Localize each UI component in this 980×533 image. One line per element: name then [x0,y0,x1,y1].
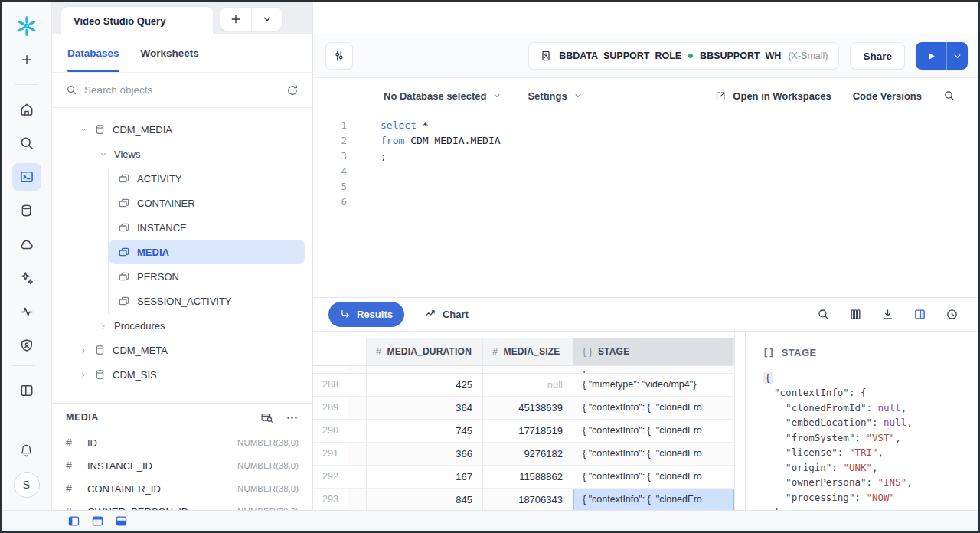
schema-field-owner_person_id[interactable]: #OWNER_PERSON_IDNUMBER(38,0) [52,500,312,510]
row-number[interactable]: 293 [313,489,348,511]
tree-item-cdm_sis[interactable]: CDM_SIS [52,362,312,387]
results-search-icon[interactable] [817,308,830,321]
tree-item-cdm_meta[interactable]: CDM_META [52,338,312,362]
ai-ml-nav[interactable] [12,264,41,292]
clipped-cell[interactable] [348,420,367,442]
clipped-cell[interactable] [348,489,367,511]
tree-item-cdm_media[interactable]: CDM_MEDIA [52,117,312,142]
cell-media-duration[interactable]: 366 [367,443,483,465]
marketplace-nav[interactable] [12,231,41,258]
tab-results[interactable]: Results [328,302,404,327]
cell-media-duration[interactable] [367,366,483,373]
download-icon[interactable] [881,308,894,321]
projects-nav[interactable] [12,163,41,191]
tab-worksheets[interactable]: Worksheets [141,34,199,72]
cell-stage[interactable]: { "contextInfo": { "clonedFro [573,466,734,488]
search-objects-input[interactable] [84,84,279,96]
cell-stage[interactable]: { "contextInfo": { "clonedFro [573,489,734,511]
cell-media-size[interactable]: null [483,374,573,396]
tab-chart[interactable]: Chart [421,302,472,327]
cell-media-duration[interactable]: 845 [367,489,483,511]
row-number[interactable]: 291 [313,443,348,465]
cell-media-duration[interactable]: 745 [367,420,483,442]
tree-item-person[interactable]: PERSON [52,264,312,289]
split-panel-icon[interactable] [913,308,926,321]
code-line[interactable]: 2from CDM_MEDIA.MEDIA [313,133,978,149]
cell-media-size[interactable] [483,366,573,373]
code-line[interactable]: 4 [313,164,978,179]
schema-field-id[interactable]: #IDNUMBER(38,0) [52,431,312,454]
tab-databases[interactable]: Databases [67,34,119,72]
row-number[interactable]: 289 [313,397,348,419]
search-nav[interactable] [12,129,41,157]
json-viewer[interactable]: { "contextInfo": { "clonedFromId": null,… [763,371,978,511]
add-tab-button[interactable] [220,8,251,31]
notifications-button[interactable] [12,437,41,464]
row-number[interactable]: 290 [313,420,348,442]
columns-icon[interactable] [849,308,862,321]
preview-data-icon[interactable] [260,411,273,424]
chevron-right-icon[interactable] [80,371,87,379]
tree-item-procedures[interactable]: Procedures [52,313,312,338]
code-line[interactable]: 6 [313,195,978,210]
query-history-icon[interactable] [946,308,959,321]
open-in-workspaces-link[interactable]: Open in Workspaces [715,90,831,102]
panels-nav[interactable] [12,377,41,404]
code-line[interactable]: 1select * [313,118,978,133]
tree-item-container[interactable]: CONTAINER [52,191,312,215]
cell-media-size[interactable]: 11588862 [483,466,573,488]
clipped-cell[interactable] [348,443,367,465]
clipped-cell[interactable] [348,366,367,373]
column-header-stage[interactable]: { }STAGE [573,338,734,366]
schema-field-container_id[interactable]: #CONTAINER_IDNUMBER(38,0) [52,477,312,500]
clipped-cell[interactable] [348,397,367,419]
cell-stage[interactable]: } [573,366,734,373]
worksheet-filters-button[interactable] [325,42,353,70]
clipped-cell[interactable] [348,466,367,488]
user-avatar[interactable]: S [14,472,40,498]
grid-scrollbar[interactable] [734,332,745,511]
code-versions-link[interactable]: Code Versions [853,90,922,102]
settings-dropdown[interactable]: Settings [528,90,582,102]
more-options-icon[interactable] [286,411,299,424]
tab-list-dropdown[interactable] [251,8,282,31]
cell-media-size[interactable]: 18706343 [483,489,573,511]
chevron-right-icon[interactable] [80,346,87,355]
row-number[interactable]: 292 [313,466,348,488]
share-button[interactable]: Share [850,42,905,70]
new-worksheet-button[interactable] [12,46,41,74]
cell-media-duration[interactable]: 167 [367,466,483,488]
toggle-left-panel-icon[interactable] [67,515,80,528]
run-button[interactable] [916,42,946,70]
clipped-cell[interactable] [348,374,367,396]
tree-item-instance[interactable]: INSTANCE [52,215,312,240]
editor-search-icon[interactable] [943,90,956,102]
code-line[interactable]: 3; [313,149,978,164]
column-header-media_duration[interactable]: #MEDIA_DURATION [367,338,483,366]
activity-nav[interactable] [12,298,41,325]
cell-stage[interactable]: { "contextInfo": { "clonedFro [573,420,734,442]
sql-editor[interactable]: 1select *2from CDM_MEDIA.MEDIA3;456 [313,113,978,297]
cell-media-duration[interactable]: 425 [367,374,483,396]
data-nav[interactable] [12,197,41,224]
column-header-media_size[interactable]: #MEDIA_SIZE [483,338,573,366]
cell-media-size[interactable]: 9276182 [483,443,573,465]
cell-stage[interactable]: { "contextInfo": { "clonedFro [573,443,734,465]
run-options-dropdown[interactable] [946,42,968,70]
chevron-down-icon[interactable] [100,150,107,159]
row-number[interactable]: 288 [313,374,348,396]
row-number[interactable] [313,366,348,373]
schema-field-instance_id[interactable]: #INSTANCE_IDNUMBER(38,0) [52,454,312,477]
toggle-top-panel-icon[interactable] [91,515,104,528]
context-selector[interactable]: BBDATA_SUPPORT_ROLE BBSUPPORT_WH (X-Smal… [528,42,839,70]
chevron-down-icon[interactable] [80,126,87,134]
cell-media-duration[interactable]: 364 [367,397,483,419]
governance-nav[interactable] [12,332,41,359]
chevron-right-icon[interactable] [100,322,107,330]
tree-item-media[interactable]: MEDIA [109,240,305,264]
refresh-icon[interactable] [286,84,299,96]
tree-item-activity[interactable]: ACTIVITY [52,166,312,191]
worksheet-tab[interactable]: Video Studio Query [61,7,213,34]
tree-item-session_activity[interactable]: SESSION_ACTIVITY [52,289,312,313]
cell-media-size[interactable]: 17718519 [483,420,573,442]
